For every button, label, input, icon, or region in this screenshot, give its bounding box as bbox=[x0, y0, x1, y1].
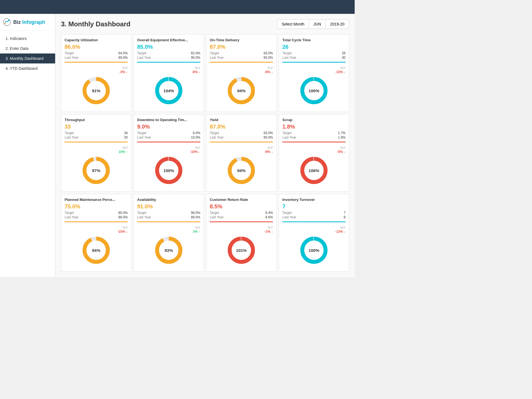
lastyear-label: Last Year bbox=[210, 56, 224, 60]
svg-text:100%: 100% bbox=[309, 88, 319, 93]
chart-area: YoY -13% ↓ 100% bbox=[282, 65, 346, 106]
metric-value: 87.0% bbox=[210, 44, 273, 50]
yoy-label: YoY bbox=[267, 66, 273, 70]
yoy-value: -13% ↓ bbox=[335, 70, 346, 74]
metric-separator bbox=[137, 62, 200, 63]
svg-point-2 bbox=[8, 20, 10, 21]
chart-area: YoY -3% ↓ 91% bbox=[65, 65, 128, 106]
lastyear-value: 89.0% bbox=[118, 56, 128, 60]
lastyear-value: 8.6% bbox=[265, 215, 273, 219]
metric-title: Yield bbox=[210, 118, 273, 122]
target-label: Target bbox=[65, 131, 74, 135]
top-bar bbox=[0, 0, 355, 14]
lastyear-value: 8 bbox=[344, 215, 346, 219]
sidebar-item-monthly-dashboard[interactable]: 3. Monthly Dashboard bbox=[0, 53, 55, 63]
metric-value: 1.8% bbox=[282, 124, 346, 130]
metric-title: Total Cycle Time bbox=[282, 38, 346, 42]
yoy-label: YoY bbox=[195, 66, 200, 70]
target-value: 82.0% bbox=[191, 51, 200, 55]
donut-container: 100% bbox=[282, 235, 346, 265]
lastyear-value: 10.0% bbox=[191, 135, 200, 139]
metric-lastyear-row: Last Year 30 bbox=[282, 56, 346, 60]
metric-separator bbox=[210, 142, 273, 142]
svg-text:101%: 101% bbox=[236, 248, 247, 253]
lastyear-label: Last Year bbox=[137, 56, 151, 60]
sidebar: Biz Infograph 1. Indicators2. Enter Data… bbox=[0, 14, 55, 277]
target-value: 6.0% bbox=[193, 131, 200, 135]
metric-lastyear-row: Last Year 1.9% bbox=[282, 135, 346, 139]
metric-lastyear-row: Last Year 8.6% bbox=[210, 215, 273, 219]
lastyear-value: 30 bbox=[124, 135, 128, 139]
target-label: Target bbox=[137, 211, 146, 215]
target-value: 98.0% bbox=[191, 211, 200, 215]
metric-separator bbox=[65, 62, 128, 63]
chart-area: YoY -1% ↓ 101% bbox=[210, 224, 273, 265]
chart-area: YoY 3% ↑ 93% bbox=[137, 224, 200, 265]
lastyear-label: Last Year bbox=[65, 56, 78, 60]
yoy-value: 3% ↑ bbox=[193, 230, 200, 234]
chart-area: YoY -15% ↓ 94% bbox=[65, 224, 128, 265]
svg-text:91%: 91% bbox=[92, 88, 100, 93]
donut-container: 94% bbox=[210, 155, 273, 186]
sidebar-item-enter-data[interactable]: 2. Enter Data bbox=[0, 44, 55, 53]
svg-point-1 bbox=[4, 23, 6, 24]
metric-value: 33 bbox=[65, 124, 128, 130]
donut-container: 104% bbox=[137, 75, 200, 106]
metric-lastyear-row: Last Year 89.0% bbox=[65, 56, 128, 60]
metric-separator bbox=[282, 221, 346, 222]
svg-text:106%: 106% bbox=[309, 168, 319, 173]
lastyear-label: Last Year bbox=[137, 135, 151, 139]
lastyear-value: 88.0% bbox=[191, 215, 200, 219]
target-label: Target bbox=[282, 211, 291, 215]
lastyear-value: 95.0% bbox=[264, 135, 273, 139]
svg-text:104%: 104% bbox=[163, 88, 174, 93]
year-button[interactable]: 2019-20 bbox=[326, 20, 349, 29]
donut-container: 94% bbox=[65, 235, 128, 265]
metric-separator bbox=[137, 142, 200, 142]
metric-card-inventory-turnover: Inventory Turnover 7 Target 7 Last Year … bbox=[279, 194, 349, 272]
metric-card-planned-maintenance: Planned Maintenance Perce... 75.0% Targe… bbox=[61, 194, 131, 272]
metric-title: Inventory Turnover bbox=[282, 198, 346, 202]
month-button[interactable]: JUN bbox=[309, 20, 326, 29]
target-value: 34 bbox=[124, 131, 128, 135]
metric-card-total-cycle-time: Total Cycle Time 26 Target 26 Last Year … bbox=[279, 34, 349, 112]
yoy-value: -15% ↓ bbox=[117, 230, 128, 234]
metric-target-row: Target 98.0% bbox=[137, 211, 200, 215]
donut-container: 150% bbox=[137, 155, 200, 186]
metric-title: Customer Return Rate bbox=[210, 198, 273, 202]
metric-card-scrap: Scrap 1.8% Target 1.7% Last Year 1.9% Yo… bbox=[279, 114, 349, 192]
metric-value: 75.0% bbox=[65, 203, 128, 210]
main-header: 3. Monthly Dashboard Select Month JUN 20… bbox=[61, 19, 349, 29]
logo-infograph: Infograph bbox=[21, 19, 45, 25]
metric-title: Planned Maintenance Perce... bbox=[65, 198, 128, 202]
yoy-value: -3% ↓ bbox=[119, 70, 128, 74]
metric-separator bbox=[65, 221, 128, 222]
donut-container: 100% bbox=[282, 75, 346, 106]
metric-lastyear-row: Last Year 88.0% bbox=[65, 215, 128, 219]
metric-value: 86.0% bbox=[65, 44, 128, 50]
donut-container: 106% bbox=[282, 155, 346, 186]
chart-area: YoY -13% ↓ 100% bbox=[282, 224, 346, 265]
app-container: Biz Infograph 1. Indicators2. Enter Data… bbox=[0, 14, 355, 277]
chart-area: YoY -6% ↓ 104% bbox=[137, 65, 200, 106]
target-value: 93.0% bbox=[264, 51, 273, 55]
metric-value: 91.0% bbox=[137, 203, 200, 210]
metric-target-row: Target 6.0% bbox=[137, 131, 200, 135]
sidebar-item-ytd-dashboard[interactable]: 4. YTD Dashboard bbox=[0, 63, 55, 73]
yoy-value: -10% ↓ bbox=[190, 150, 200, 154]
select-month-button[interactable]: Select Month bbox=[277, 20, 309, 29]
metric-card-availability: Availability 91.0% Target 98.0% Last Yea… bbox=[134, 194, 204, 272]
yoy-label: YoY bbox=[340, 226, 346, 229]
yoy-value: -8% ↓ bbox=[264, 150, 273, 154]
metric-lastyear-row: Last Year 90.0% bbox=[137, 56, 200, 60]
logo-biz: Biz bbox=[13, 19, 21, 25]
target-label: Target bbox=[210, 131, 219, 135]
sidebar-item-indicators[interactable]: 1. Indicators bbox=[0, 34, 55, 44]
target-value: 93.0% bbox=[264, 131, 273, 135]
logo-text: Biz Infograph bbox=[13, 19, 45, 25]
target-label: Target bbox=[137, 51, 146, 55]
lastyear-value: 90.0% bbox=[191, 56, 200, 60]
sidebar-nav: 1. Indicators2. Enter Data3. Monthly Das… bbox=[0, 31, 55, 76]
metric-lastyear-row: Last Year 95.0% bbox=[210, 135, 273, 139]
lastyear-label: Last Year bbox=[210, 215, 224, 219]
